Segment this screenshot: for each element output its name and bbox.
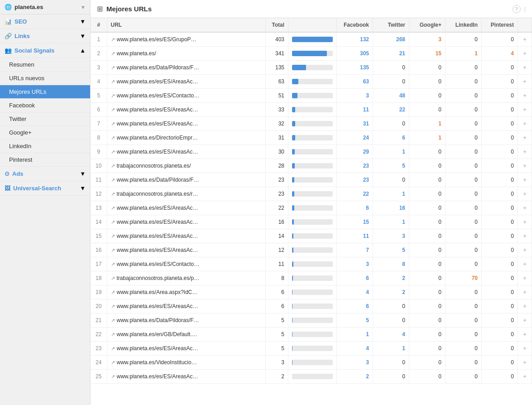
add-row-button[interactable]: ＋: [518, 243, 532, 257]
cell-url[interactable]: ↗www.planeta.es/es/ES/AreasAc…: [107, 215, 266, 229]
cell-url[interactable]: ↗www.planeta.es/Data/Pildoras/F…: [107, 61, 266, 75]
add-row-button[interactable]: ＋: [518, 356, 532, 370]
add-row-button[interactable]: ＋: [518, 89, 532, 103]
sidebar-item-social[interactable]: 👥 Social Signals ▲: [0, 43, 90, 58]
cell-linkedin: 0: [446, 328, 482, 342]
cell-url[interactable]: ↗www.planeta.es/es/ES/AreasAc…: [107, 299, 266, 313]
cell-url[interactable]: ↗www.planeta.es/Data/Pildoras/F…: [107, 313, 266, 328]
add-row-button[interactable]: ＋: [518, 47, 532, 61]
sidebar-item-links[interactable]: 🔗 Links ▼: [0, 29, 90, 43]
sidebar-item-facebook[interactable]: Facebook: [0, 99, 90, 112]
add-row-button[interactable]: ＋: [518, 257, 532, 271]
cell-url[interactable]: ↗www.planeta.es/Data/Pildoras/F…: [107, 173, 266, 187]
add-row-button[interactable]: ＋: [518, 271, 532, 285]
cell-facebook: 31: [337, 117, 373, 131]
cell-url[interactable]: ↗www.planeta.es/en/GB/Default.…: [107, 328, 266, 342]
cell-url[interactable]: ↗www.planeta.es/es/ES/AreasAc…: [107, 75, 266, 89]
add-row-button[interactable]: ＋: [518, 75, 532, 89]
cell-url[interactable]: ↗www.planeta.es/: [107, 47, 266, 61]
cell-url[interactable]: ↗www.planeta.es/DirectorioEmpr…: [107, 131, 266, 145]
cell-total: 2: [266, 370, 288, 384]
col-header-google-plus[interactable]: Google+: [409, 18, 446, 32]
col-header-twitter[interactable]: Twitter: [373, 18, 409, 32]
cell-pinterest: 0: [482, 131, 518, 145]
cell-linkedin: 0: [446, 159, 482, 173]
cell-bar: [288, 201, 337, 215]
add-row-button[interactable]: ＋: [518, 173, 532, 187]
cell-url[interactable]: ↗www.planeta.es/es/ES/AreasAc…: [107, 103, 266, 117]
add-row-button[interactable]: ＋: [518, 159, 532, 173]
sidebar-domain-header[interactable]: 🌐 planeta.es ▼: [0, 0, 90, 14]
cell-url[interactable]: ↗www.planeta.es/es/ES/AreasAc…: [107, 117, 266, 131]
add-row-button[interactable]: ＋: [518, 145, 532, 159]
col-header-url[interactable]: URL: [107, 18, 266, 32]
sidebar-item-mejores-urls[interactable]: Mejores URLs: [0, 85, 90, 99]
add-row-button[interactable]: ＋: [518, 299, 532, 313]
add-row-button[interactable]: ＋: [518, 285, 532, 299]
cell-twitter: 0: [373, 75, 409, 89]
sidebar-item-resumen[interactable]: Resumen: [0, 58, 90, 72]
cell-url[interactable]: ↗www.planeta.es/es/ES/AreasAc…: [107, 342, 266, 356]
cell-url[interactable]: ↗trabajaconnosotros.planeta.es/r…: [107, 187, 266, 201]
add-row-button[interactable]: ＋: [518, 61, 532, 75]
add-row-button[interactable]: ＋: [518, 342, 532, 356]
cell-url[interactable]: ↗www.planeta.es/es/ES/AreasAc…: [107, 201, 266, 215]
cell-url[interactable]: ↗www.planeta.es/es/ES/AreasAc…: [107, 243, 266, 257]
cell-total: 403: [266, 32, 288, 47]
cell-google-plus: 15: [409, 47, 446, 61]
sidebar-item-ads[interactable]: ⊙ Ads ▼: [0, 167, 90, 181]
cell-bar: [288, 187, 337, 201]
add-row-button[interactable]: ＋: [518, 131, 532, 145]
sidebar-item-linkedin[interactable]: LinkedIn: [0, 140, 90, 153]
cell-url[interactable]: ↗www.planeta.es/es/ES/Contacto…: [107, 89, 266, 103]
sidebar-item-universal-search[interactable]: 🖼 Universal-Search ▼: [0, 181, 90, 196]
cell-url[interactable]: ↗trabajaconnosotros.planeta.es/: [107, 159, 266, 173]
col-header-facebook[interactable]: Facebook: [337, 18, 373, 32]
external-link-icon: ↗: [111, 318, 115, 323]
cell-facebook: 135: [337, 61, 373, 75]
users-icon: 👥: [5, 47, 12, 54]
cell-twitter: 0: [373, 356, 409, 370]
external-link-icon: ↗: [111, 247, 115, 253]
add-row-button[interactable]: ＋: [518, 201, 532, 215]
col-header-linkedin[interactable]: LinkedIn: [446, 18, 482, 32]
add-row-button[interactable]: ＋: [518, 229, 532, 243]
cell-url[interactable]: ↗www.planeta.es/es/ES/AreasAc…: [107, 229, 266, 243]
cell-facebook: 63: [337, 75, 373, 89]
table-row: 1↗www.planeta.es/es/ES/GrupoP…4031322683…: [91, 32, 532, 47]
add-row-button[interactable]: ＋: [518, 313, 532, 328]
page-title: Mejores URLs: [106, 5, 152, 13]
cell-twitter: 1: [373, 187, 409, 201]
cell-url[interactable]: ↗www.planeta.es/es/ES/Contacto…: [107, 257, 266, 271]
url-text: www.planeta.es/es/ES/AreasAc…: [117, 373, 198, 380]
sidebar-item-pinterest[interactable]: Pinterest: [0, 153, 90, 167]
cell-num: 5: [91, 89, 107, 103]
cell-total: 28: [266, 159, 288, 173]
add-row-button[interactable]: ＋: [518, 370, 532, 384]
cell-pinterest: 0: [482, 32, 518, 47]
cell-url[interactable]: ↗www.planeta.es/es/ES/GrupoP…: [107, 32, 266, 47]
cell-url[interactable]: ↗www.planeta.es/es/ES/AreasAc…: [107, 370, 266, 384]
sidebar-item-twitter[interactable]: Twitter: [0, 112, 90, 126]
add-row-button[interactable]: ＋: [518, 32, 532, 47]
add-row-button[interactable]: ＋: [518, 215, 532, 229]
add-row-button[interactable]: ＋: [518, 103, 532, 117]
cell-url[interactable]: ↗trabajaconnosotros.planeta.es/p…: [107, 271, 266, 285]
cell-total: 12: [266, 243, 288, 257]
col-header-pinterest[interactable]: Pinterest: [482, 18, 518, 32]
cell-linkedin: 1: [446, 47, 482, 61]
add-row-button[interactable]: ＋: [518, 187, 532, 201]
sidebar-item-google-plus[interactable]: Google+: [0, 126, 90, 140]
cell-url[interactable]: ↗www.planeta.es/es/ES/AreasAc…: [107, 145, 266, 159]
add-row-button[interactable]: ＋: [518, 328, 532, 342]
sidebar-item-seo[interactable]: 📊 SEO ▼: [0, 14, 90, 29]
sidebar-item-urls-nuevos[interactable]: URLs nuevos: [0, 72, 90, 85]
cell-bar: [288, 47, 337, 61]
col-header-total[interactable]: Total: [266, 18, 288, 32]
cell-url[interactable]: ↗www.planeta.es/VideoInstitucio…: [107, 356, 266, 370]
cell-facebook: 6: [337, 201, 373, 215]
external-link-icon: ↗: [111, 93, 115, 99]
cell-url[interactable]: ↗www.planeta.es/Area.aspx?IdC…: [107, 285, 266, 299]
add-row-button[interactable]: ＋: [518, 117, 532, 131]
help-icon[interactable]: ?: [513, 5, 521, 13]
